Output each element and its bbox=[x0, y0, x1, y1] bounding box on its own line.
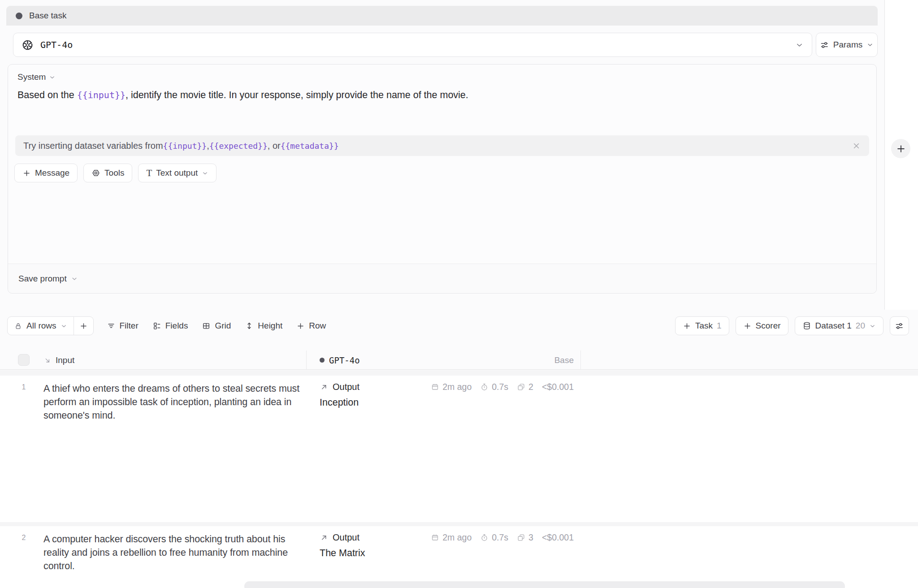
message-role-select[interactable]: System bbox=[17, 72, 56, 82]
input-cell[interactable]: A thief who enters the dreams of others … bbox=[43, 382, 306, 422]
task-pane-gutter bbox=[884, 0, 918, 310]
output-arrow-icon bbox=[320, 533, 329, 542]
params-button[interactable]: Params bbox=[816, 33, 878, 57]
fields-label: Fields bbox=[165, 321, 188, 331]
hint-sep: , or bbox=[268, 141, 281, 151]
rows-scope-select[interactable]: All rows bbox=[8, 317, 74, 335]
run-metadata: 2m ago 0.7s bbox=[431, 382, 574, 392]
timestamp: 2m ago bbox=[431, 532, 472, 543]
horizontal-scrollbar-thumb[interactable] bbox=[244, 581, 845, 588]
openai-logo-icon bbox=[22, 39, 34, 51]
grid-view-button[interactable]: Grid bbox=[196, 316, 236, 335]
playground-screen: Base task GPT-4o bbox=[0, 0, 918, 588]
add-message-button[interactable]: Message bbox=[14, 164, 78, 182]
row-height-label: Height bbox=[258, 321, 282, 331]
hint-var-expected: {{expected}} bbox=[209, 141, 268, 151]
add-task-pane-button[interactable] bbox=[891, 139, 910, 158]
task-count-badge: 1 bbox=[717, 321, 722, 331]
close-icon bbox=[852, 141, 861, 151]
chevron-down-icon bbox=[866, 41, 874, 48]
plus-icon bbox=[896, 144, 906, 154]
row-index: 1 bbox=[18, 383, 30, 391]
database-icon bbox=[802, 321, 811, 330]
column-divider[interactable] bbox=[580, 350, 581, 370]
model-select[interactable]: GPT-4o bbox=[13, 33, 812, 57]
grid-view-label: Grid bbox=[215, 321, 231, 331]
cost: <$0.001 bbox=[542, 382, 574, 392]
table-row[interactable]: 1 A thief who enters the dreams of other… bbox=[0, 376, 918, 522]
editor-footer: Save prompt bbox=[8, 264, 876, 293]
fields-button[interactable]: Fields bbox=[147, 316, 194, 335]
dismiss-hint-button[interactable] bbox=[852, 141, 861, 151]
sliders-icon bbox=[820, 40, 829, 50]
grid-view-controls: Filter Fields bbox=[101, 316, 332, 335]
lock-icon bbox=[14, 322, 22, 330]
save-prompt-button[interactable]: Save prompt bbox=[18, 274, 78, 284]
plus-icon bbox=[22, 169, 31, 177]
add-task-button[interactable]: Task 1 bbox=[675, 316, 729, 335]
output-value: The Matrix bbox=[320, 548, 574, 559]
token-count: 2 bbox=[517, 382, 533, 392]
task-status-dot-icon bbox=[16, 13, 22, 19]
add-row-label: Row bbox=[309, 321, 326, 331]
variant-badge: Base bbox=[520, 350, 574, 370]
prompt-editor-card: System Based on the {{input}}, identify … bbox=[8, 64, 877, 294]
calendar-icon bbox=[431, 383, 439, 391]
params-label: Params bbox=[833, 40, 862, 50]
height-arrows-icon bbox=[245, 321, 254, 330]
model-row: GPT-4o Params bbox=[13, 33, 878, 57]
column-header-input[interactable]: Input bbox=[43, 350, 74, 370]
input-cell[interactable]: A computer hacker discovers the shocking… bbox=[43, 532, 306, 573]
filter-icon bbox=[107, 321, 116, 330]
rows-scope-control: All rows bbox=[7, 316, 94, 335]
dataset-variables-hint: Try inserting dataset variables from {{i… bbox=[15, 135, 869, 156]
timestamp: 2m ago bbox=[431, 382, 472, 392]
output-cell[interactable]: Output 2m ago bbox=[320, 382, 574, 408]
grid-toolbar-right: Task 1 Scorer Dataset 1 20 bbox=[675, 316, 909, 335]
stopwatch-icon bbox=[480, 533, 489, 542]
hint-var-input: {{input}} bbox=[163, 141, 207, 151]
latency: 0.7s bbox=[480, 382, 508, 392]
add-scorer-button[interactable]: Scorer bbox=[736, 316, 788, 335]
task-status-dot-icon bbox=[320, 358, 325, 363]
row-height-button[interactable]: Height bbox=[239, 316, 288, 335]
prompt-text-after: , identify the movie title. In your resp… bbox=[126, 90, 468, 100]
add-row-button[interactable]: Row bbox=[291, 316, 331, 335]
tools-button-label: Tools bbox=[104, 168, 124, 178]
add-rows-scope-button[interactable] bbox=[74, 317, 93, 335]
token-count: 3 bbox=[517, 532, 533, 543]
output-arrow-icon bbox=[320, 383, 329, 392]
dataset-select[interactable]: Dataset 1 20 bbox=[795, 316, 883, 335]
task-title: Base task bbox=[29, 11, 66, 21]
dataset-count-badge: 20 bbox=[856, 321, 865, 331]
prompt-text-before: Based on the bbox=[17, 90, 77, 100]
column-divider[interactable] bbox=[306, 350, 307, 370]
prompt-variable: {{input}} bbox=[77, 90, 126, 100]
add-task-label: Task bbox=[695, 321, 713, 331]
select-all-checkbox[interactable] bbox=[18, 354, 30, 366]
output-type-select[interactable]: T Text output bbox=[138, 164, 217, 182]
output-label: Output bbox=[333, 532, 359, 543]
filter-button[interactable]: Filter bbox=[101, 316, 144, 335]
run-metadata: 2m ago 0.7s bbox=[431, 532, 574, 543]
grid-settings-button[interactable] bbox=[890, 316, 909, 335]
plus-icon bbox=[683, 322, 691, 330]
chevron-down-icon bbox=[869, 323, 876, 329]
hint-var-metadata: {{metadata}} bbox=[281, 141, 339, 151]
tools-button[interactable]: Tools bbox=[83, 164, 132, 182]
table-row[interactable]: 2 A computer hacker discovers the shocki… bbox=[0, 526, 918, 588]
editor-actions: Message Tools T Text output bbox=[14, 164, 217, 182]
text-output-icon: T bbox=[146, 169, 152, 178]
chevron-down-icon bbox=[61, 323, 67, 329]
system-prompt-text[interactable]: Based on the {{input}}, identify the mov… bbox=[17, 88, 866, 102]
chevron-down-icon bbox=[795, 41, 804, 49]
output-value: Inception bbox=[320, 397, 574, 408]
column-header-model[interactable]: GPT-4o bbox=[320, 350, 360, 370]
rows-scope-label: All rows bbox=[26, 321, 56, 331]
task-header-bar[interactable]: Base task bbox=[6, 6, 878, 26]
dataset-label: Dataset 1 bbox=[815, 321, 852, 331]
output-cell[interactable]: Output 2m ago bbox=[320, 532, 574, 559]
sliders-icon bbox=[895, 321, 904, 331]
grid-body: 1 A thief who enters the dreams of other… bbox=[0, 370, 918, 588]
hint-prefix: Try inserting dataset variables from bbox=[23, 141, 163, 151]
